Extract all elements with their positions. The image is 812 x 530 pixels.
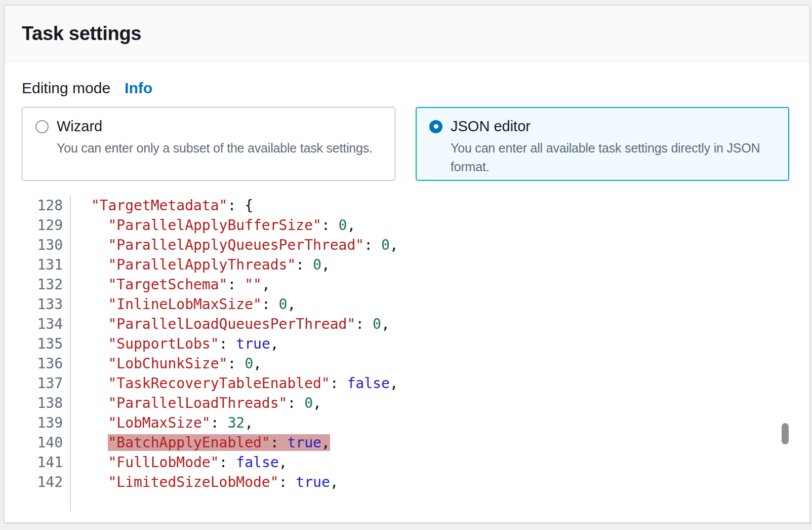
line-number: 142: [22, 472, 71, 492]
line-number: 138: [22, 393, 71, 413]
radio-wizard[interactable]: [35, 120, 49, 133]
line-number: 133: [22, 294, 71, 314]
code-text: "InlineLobMaxSize": 0,: [71, 294, 296, 314]
code-text: "BatchApplyEnabled": true,: [71, 433, 330, 452]
code-line: 132 "TargetSchema": "",: [22, 275, 792, 294]
option-card-wizard[interactable]: Wizard You can enter only a subset of th…: [22, 107, 395, 181]
editing-mode-options: Wizard You can enter only a subset of th…: [22, 107, 792, 181]
line-number: 130: [22, 235, 71, 255]
radio-json-editor[interactable]: [429, 120, 442, 133]
line-number: 131: [22, 255, 71, 275]
code-line: 138 "ParallelLoadThreads": 0,: [22, 393, 792, 413]
code-text: [71, 492, 74, 512]
option-head: JSON editor: [429, 118, 776, 135]
task-settings-panel: Task settings Editing mode Info Wizard Y…: [4, 5, 810, 523]
code-line: 133 "InlineLobMaxSize": 0,: [22, 294, 792, 314]
panel-header: Task settings: [5, 6, 809, 62]
editing-mode-label: Editing mode: [22, 80, 110, 97]
line-number: 139: [22, 413, 71, 433]
page-title: Task settings: [22, 23, 141, 45]
code-line: 139 "LobMaxSize": 32,: [22, 413, 792, 433]
line-number: 129: [22, 215, 71, 235]
code-text: "SupportLobs": true,: [71, 334, 279, 354]
code-text: "ParallelApplyQueuesPerThread": 0,: [71, 235, 398, 255]
code-text: "FullLobMode": false,: [71, 452, 287, 472]
code-text: "LimitedSizeLobMode": true,: [71, 472, 339, 492]
option-description-json-editor: You can enter all available task setting…: [451, 139, 776, 176]
option-label-wizard: Wizard: [57, 118, 102, 135]
line-number: 141: [22, 452, 71, 472]
code-line: 135 "SupportLobs": true,: [22, 334, 792, 354]
scrollbar-thumb[interactable]: [782, 423, 789, 444]
code-line: 141 "FullLobMode": false,: [22, 452, 792, 472]
code-line: 128 "TargetMetadata": {: [22, 196, 792, 215]
line-number: 134: [22, 314, 71, 334]
option-head: Wizard: [35, 118, 382, 135]
editing-mode-row: Editing mode Info: [22, 80, 792, 97]
code-text: "TargetMetadata": {: [71, 196, 253, 215]
line-number: 128: [22, 196, 71, 215]
highlighted-code: "BatchApplyEnabled": true,: [108, 434, 330, 451]
code-editor[interactable]: 128 "TargetMetadata": {129 "ParallelAppl…: [22, 196, 792, 512]
code-text: "ParallelApplyThreads": 0,: [71, 255, 330, 275]
line-number: [22, 492, 71, 512]
option-label-json-editor: JSON editor: [451, 118, 531, 135]
panel-body: Editing mode Info Wizard You can enter o…: [5, 62, 809, 512]
code-text: "TargetSchema": "",: [71, 275, 270, 294]
code-line: 134 "ParallelLoadQueuesPerThread": 0,: [22, 314, 792, 334]
option-card-json-editor[interactable]: JSON editor You can enter all available …: [416, 107, 789, 181]
code-line: 137 "TaskRecoveryTableEnabled": false,: [22, 373, 792, 393]
line-number: 140: [22, 433, 71, 452]
option-description-wizard: You can enter only a subset of the avail…: [57, 139, 382, 158]
code-text: "TaskRecoveryTableEnabled": false,: [71, 373, 398, 393]
code-text: "ParallelLoadQueuesPerThread": 0,: [71, 314, 390, 334]
code-line: [22, 492, 792, 512]
code-text: "LobChunkSize": 0,: [71, 354, 262, 373]
code-line: 136 "LobChunkSize": 0,: [22, 354, 792, 373]
line-number: 132: [22, 275, 71, 294]
code-line: 142 "LimitedSizeLobMode": true,: [22, 472, 792, 492]
line-number: 135: [22, 334, 71, 354]
code-line: 129 "ParallelApplyBufferSize": 0,: [22, 215, 792, 235]
code-text: "ParallelApplyBufferSize": 0,: [71, 215, 355, 235]
code-text: "ParallelLoadThreads": 0,: [71, 393, 321, 413]
code-line: 131 "ParallelApplyThreads": 0,: [22, 255, 792, 275]
code-text: "LobMaxSize": 32,: [71, 413, 253, 433]
code-line: 130 "ParallelApplyQueuesPerThread": 0,: [22, 235, 792, 255]
line-number: 137: [22, 373, 71, 393]
line-number: 136: [22, 354, 71, 373]
code-line: 140 "BatchApplyEnabled": true,: [22, 433, 792, 452]
info-link[interactable]: Info: [125, 80, 152, 97]
